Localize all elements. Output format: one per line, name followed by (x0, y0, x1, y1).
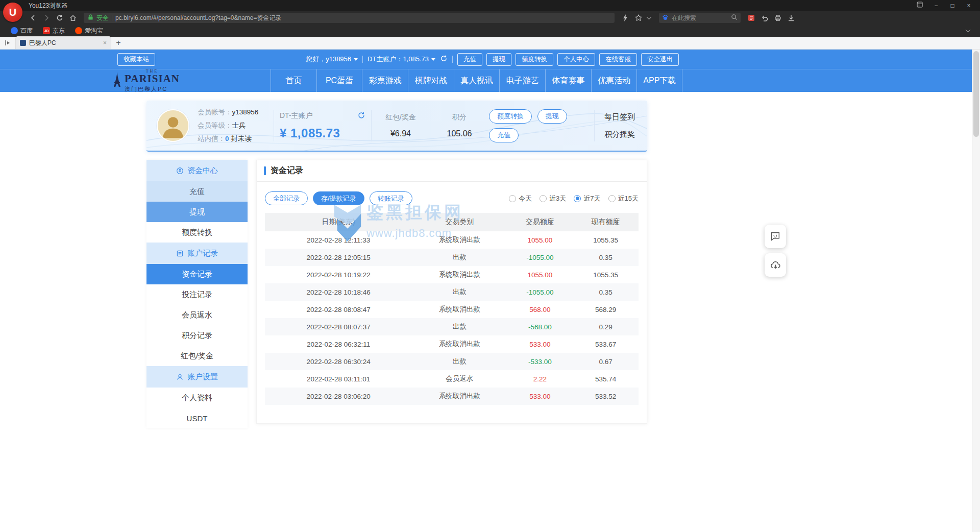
nav-item[interactable]: 棋牌对战 (408, 69, 454, 92)
bookmark-item[interactable]: 百度 (6, 26, 37, 36)
topbar-link-button[interactable]: 提现 (486, 53, 511, 66)
cell-date: 2022-02-28 03:06:20 (265, 388, 412, 405)
screen: U You123浏览器 − □ × 安全 pc.blryl6.com/#/per… (0, 0, 980, 532)
customer-service-button[interactable] (765, 225, 786, 248)
range-radio[interactable]: 近7天 (574, 194, 600, 203)
close-button[interactable]: × (961, 0, 977, 11)
table-row: 2022-02-28 08:07:37出款-568.000.29 (265, 318, 639, 335)
profile-field-label: 会员等级： (198, 122, 232, 129)
layout-icon[interactable] (912, 0, 928, 11)
back-icon[interactable] (27, 12, 40, 23)
sidebar-group-header[interactable]: 账户记录 (146, 243, 248, 264)
sidebar-item[interactable]: USDT (146, 408, 248, 428)
filter-tab[interactable]: 全部记录 (265, 191, 308, 205)
cell-amount: 2.22 (507, 370, 573, 388)
forward-icon[interactable] (40, 12, 53, 23)
cell-amount: 1055.00 (507, 266, 573, 283)
greeting-user[interactable]: 您好，y138956 (306, 55, 358, 64)
main-account-summary[interactable]: DT主账户：1,085.73 (368, 55, 435, 64)
bookmark-item[interactable]: 爱淘宝 (70, 26, 108, 36)
sidebar-group-header[interactable]: 资金中心 (146, 160, 248, 181)
cloud-download-button[interactable] (765, 253, 786, 277)
chevron-down-icon[interactable] (647, 15, 652, 20)
home-icon[interactable] (66, 12, 80, 23)
nav-item[interactable]: 彩票游戏 (362, 69, 408, 92)
site-logo[interactable]: THE PARISIAN 澳门巴黎人PC (113, 69, 180, 93)
lightning-icon[interactable] (619, 12, 632, 23)
eiffel-tower-icon (113, 72, 121, 89)
topbar-link-button[interactable]: 在线客服 (599, 53, 637, 66)
taobao-icon (75, 27, 82, 34)
nav-item[interactable]: APP下载 (636, 69, 682, 92)
cell-date: 2022-02-28 10:19:22 (265, 266, 412, 283)
sidebar-item[interactable]: 积分记录 (146, 325, 248, 346)
address-bar[interactable]: 安全 pc.blryl6.com/#/personal/accountLog?t… (84, 13, 615, 23)
search-icon[interactable] (731, 14, 738, 22)
nav-item[interactable]: 电子游艺 (499, 69, 545, 92)
tab-close-icon[interactable]: × (103, 39, 107, 46)
nav-item[interactable]: 优惠活动 (591, 69, 637, 92)
maximize-button[interactable]: □ (944, 0, 961, 11)
sidebar-group-label: 账户记录 (187, 249, 218, 258)
profile-fields: 会员帐号：y138956会员等级：士兵站内信：0封未读 (198, 108, 268, 143)
sidebar-item[interactable]: 个人资料 (146, 388, 248, 408)
topbar-link-button[interactable]: 安全退出 (641, 53, 679, 66)
nav-item[interactable]: 首页 (271, 69, 316, 92)
filter-tab[interactable]: 转账记录 (370, 191, 412, 205)
nav-item[interactable]: PC蛋蛋 (316, 69, 362, 92)
browser-logo-icon: U (3, 3, 22, 22)
profile-field-value: 士兵 (232, 122, 246, 129)
panel-action-button[interactable]: 额度转换 (489, 109, 532, 124)
cell-type: 会员返水 (412, 370, 507, 388)
scrollbar-thumb[interactable] (973, 51, 979, 137)
tab-title: 巴黎人PC (29, 39, 100, 47)
panel-action-button[interactable]: 提现 (537, 109, 567, 124)
topbar-link-button[interactable]: 个人中心 (557, 53, 595, 66)
download-icon[interactable] (785, 12, 798, 23)
cell-date: 2022-02-28 12:05:15 (265, 249, 412, 266)
collapse-sidebar-icon[interactable] (0, 36, 15, 49)
site-topbar: 收藏本站 您好，y138956 DT主账户：1,085.73 充值提现额度转换个… (0, 50, 980, 69)
sidebar-item[interactable]: 资金记录 (146, 264, 248, 284)
filter-tab[interactable]: 存/提款记录 (313, 191, 364, 205)
scrollbar[interactable] (972, 50, 980, 532)
sidebar-item[interactable]: 投注记录 (146, 284, 248, 305)
sidebar-item[interactable]: 会员返水 (146, 305, 248, 325)
refresh-balance-icon[interactable] (440, 55, 448, 64)
avatar[interactable] (157, 109, 189, 142)
nav-item[interactable]: 真人视讯 (454, 69, 500, 92)
refresh-icon[interactable] (53, 12, 66, 23)
nav-item[interactable]: 体育赛事 (545, 69, 591, 92)
sidebar-group-header[interactable]: 账户设置 (146, 366, 248, 388)
range-radio[interactable]: 近15天 (608, 194, 639, 203)
refresh-balance-icon[interactable] (357, 111, 365, 121)
panel-divider (594, 110, 595, 141)
sidebar-item[interactable]: 提现 (146, 202, 248, 222)
table-row: 2022-02-28 10:18:46出款-1055.000.35 (265, 283, 639, 301)
new-tab-button[interactable]: + (111, 36, 126, 49)
browser-tab[interactable]: 巴黎人PC × (15, 36, 111, 49)
sidebar-item[interactable]: 红包/奖金 (146, 346, 248, 366)
print-icon[interactable] (771, 12, 785, 23)
range-radio[interactable]: 近3天 (540, 194, 566, 203)
panel-action-button[interactable]: 充值 (489, 128, 519, 142)
topbar-link-button[interactable]: 额度转换 (516, 53, 553, 66)
shortcut-link[interactable]: 每日签到 (604, 112, 635, 122)
topbar-link-button[interactable]: 充值 (457, 53, 482, 66)
panel-actions-row1: 额度转换提现 (489, 109, 567, 124)
bookmark-item[interactable]: JD京东 (38, 26, 69, 36)
undo-icon[interactable] (758, 12, 771, 23)
browser-search-input[interactable]: 在此搜索 (659, 13, 741, 23)
sidebar-item[interactable]: 充值 (146, 181, 248, 202)
minimize-button[interactable]: − (928, 0, 944, 11)
secure-label: 安全 (96, 14, 109, 22)
bonus-label: 红包/奖金 (377, 113, 424, 122)
star-icon[interactable] (632, 12, 645, 23)
favorite-site-button[interactable]: 收藏本站 (117, 53, 155, 66)
sidebar-item[interactable]: 额度转换 (146, 222, 248, 243)
panel-shortcuts: 每日签到积分摇奖 (604, 112, 635, 139)
reader-mode-icon[interactable] (745, 12, 758, 23)
range-radio[interactable]: 今天 (509, 194, 532, 203)
shortcut-link[interactable]: 积分摇奖 (604, 130, 635, 139)
bookmarks-overflow-icon[interactable] (966, 28, 971, 33)
